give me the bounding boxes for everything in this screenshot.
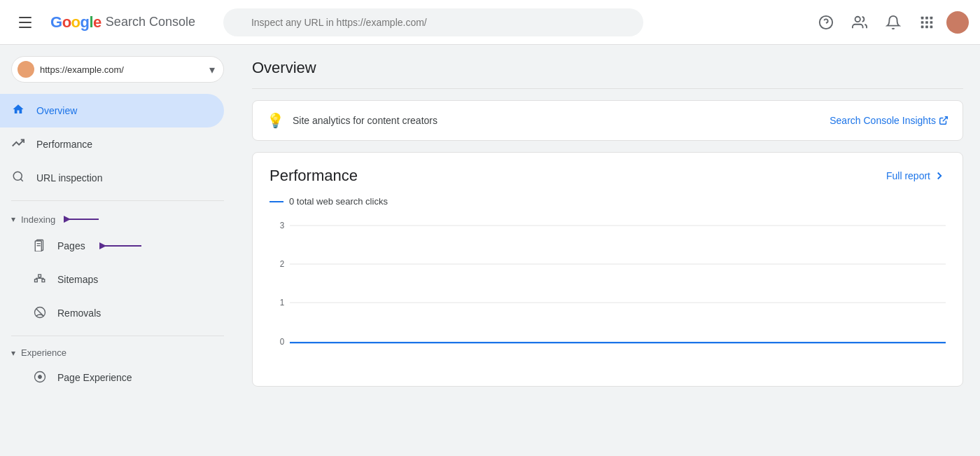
avatar[interactable]: [946, 11, 969, 34]
svg-line-34: [943, 117, 947, 121]
chevron-right-icon: [933, 170, 946, 182]
sidebar-item-label-overview: Overview: [36, 105, 77, 116]
svg-point-4: [855, 16, 860, 21]
property-selector[interactable]: https://example.com/ ▾: [11, 56, 224, 83]
svg-rect-7: [930, 16, 933, 19]
sidebar-item-label-url-inspection: URL inspection: [36, 172, 102, 184]
svg-rect-11: [921, 25, 924, 28]
search-input[interactable]: [223, 8, 643, 36]
performance-card: Performance Full report 0 total web sear…: [252, 152, 963, 387]
main-layout: https://example.com/ ▾ Overview Performa…: [0, 45, 980, 456]
sidebar-item-label-removals: Removals: [57, 308, 101, 319]
performance-header: Performance Full report: [270, 167, 946, 185]
indexing-section-header[interactable]: ▾ Indexing: [0, 207, 235, 229]
svg-text:1: 1: [280, 298, 285, 308]
legend-line-clicks: [270, 201, 284, 202]
svg-text:3: 3: [280, 221, 285, 231]
admin-button[interactable]: [846, 8, 874, 36]
experience-section-label: Experience: [21, 347, 66, 358]
divider-1: [11, 200, 224, 201]
insights-banner-text: Site analytics for content creators: [293, 115, 821, 126]
lightbulb-icon: 💡: [267, 112, 284, 129]
page-experience-icon: [34, 371, 46, 385]
sidebar-item-removals[interactable]: Removals: [0, 296, 224, 330]
insights-banner: 💡 Site analytics for content creators Se…: [252, 100, 963, 141]
sidebar-item-label-page-experience: Page Experience: [57, 372, 132, 383]
chart-legend: 0 total web search clicks: [270, 196, 946, 207]
title-divider: [252, 88, 963, 89]
sidebar-item-label-pages: Pages: [57, 240, 85, 251]
removals-icon: [34, 306, 46, 321]
page-title: Overview: [235, 45, 980, 88]
svg-rect-5: [921, 16, 924, 19]
indexing-collapse-icon: ▾: [11, 214, 15, 224]
indexing-arrow-annotation: [64, 212, 106, 226]
svg-text:0: 0: [280, 337, 285, 347]
hamburger-line-1: [19, 17, 31, 18]
svg-rect-25: [38, 275, 41, 277]
logo[interactable]: Google Search Console: [50, 13, 195, 32]
indexing-section-label: Indexing: [21, 214, 55, 225]
svg-marker-17: [64, 216, 71, 223]
hamburger-line-3: [19, 27, 31, 28]
svg-rect-19: [35, 241, 41, 251]
svg-text:2: 2: [280, 259, 285, 270]
svg-point-14: [13, 172, 22, 180]
insights-link-text: Search Console Insights: [830, 115, 936, 126]
svg-rect-24: [35, 279, 38, 282]
svg-rect-12: [925, 25, 928, 28]
sidebar-item-label-performance: Performance: [36, 139, 92, 150]
svg-rect-9: [925, 21, 928, 24]
sidebar-item-sitemaps[interactable]: Sitemaps: [0, 263, 224, 296]
hamburger-line-2: [19, 22, 31, 23]
sidebar-item-url-inspection[interactable]: URL inspection: [0, 161, 224, 195]
top-header: Google Search Console: [0, 0, 980, 45]
experience-section-header[interactable]: ▾ Experience: [0, 342, 235, 361]
sidebar-item-performance[interactable]: Performance: [0, 127, 224, 161]
search-console-insights-link[interactable]: Search Console Insights: [830, 115, 948, 126]
full-report-link[interactable]: Full report: [886, 170, 946, 182]
sidebar-item-pages[interactable]: Pages: [0, 229, 224, 263]
sidebar-item-overview[interactable]: Overview: [0, 94, 224, 127]
legend-label-clicks: 0 total web search clicks: [289, 196, 388, 207]
search-container: [223, 8, 643, 36]
property-avatar: [18, 61, 34, 78]
google-logo-text: Google: [50, 13, 102, 32]
sidebar-item-label-sitemaps: Sitemaps: [57, 274, 98, 285]
sitemaps-icon: [34, 272, 46, 287]
sidebar-item-page-experience[interactable]: Page Experience: [0, 361, 224, 394]
performance-title: Performance: [270, 167, 358, 185]
header-icons: [812, 8, 969, 36]
svg-rect-26: [42, 279, 45, 282]
main-content: Overview 💡 Site analytics for content cr…: [235, 45, 980, 456]
svg-marker-23: [99, 242, 106, 249]
pages-arrow-annotation: [99, 239, 148, 253]
experience-collapse-icon: ▾: [11, 348, 15, 358]
svg-rect-13: [930, 25, 933, 28]
svg-rect-10: [930, 21, 933, 24]
svg-point-33: [38, 375, 42, 378]
svg-rect-6: [925, 16, 928, 19]
pages-icon: [34, 239, 46, 254]
search-icon: [11, 170, 25, 186]
apps-button[interactable]: [913, 8, 941, 36]
trending-up-icon: [11, 137, 25, 153]
performance-chart: 3 2 1 0: [270, 218, 946, 372]
sidebar: https://example.com/ ▾ Overview Performa…: [0, 45, 235, 456]
help-button[interactable]: [812, 8, 840, 36]
external-link-icon: [939, 116, 948, 125]
divider-2: [11, 336, 224, 336]
chevron-down-icon: ▾: [209, 63, 215, 76]
hamburger-menu[interactable]: [11, 8, 39, 36]
notifications-button[interactable]: [879, 8, 907, 36]
home-icon: [11, 103, 25, 119]
svg-line-15: [20, 179, 22, 181]
full-report-text: Full report: [886, 170, 930, 181]
svg-rect-8: [921, 21, 924, 24]
property-name: https://example.com/: [40, 64, 204, 75]
app-name: Search Console: [106, 15, 195, 29]
chart-area: 3 2 1 0: [270, 218, 946, 372]
